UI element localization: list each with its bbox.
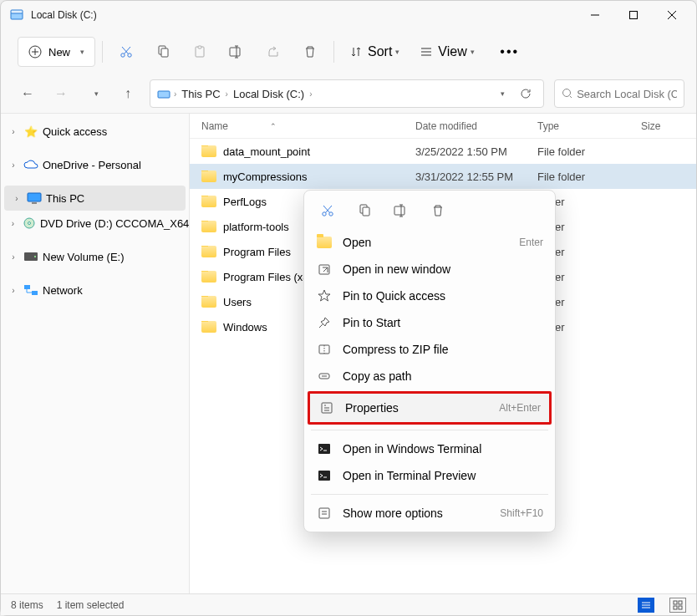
minimize-button[interactable]	[576, 2, 614, 28]
sidebar-item-this-pc[interactable]: › This PC	[4, 186, 186, 211]
ctx-label: Pin to Start	[343, 316, 543, 329]
ctx-cut-button[interactable]	[313, 197, 343, 224]
new-button[interactable]: New ▾	[18, 37, 95, 67]
navigation-pane: › ⭐ Quick access › OneDrive - Personal ›…	[1, 114, 190, 593]
properties-icon	[318, 401, 335, 415]
file-name: myCompressions	[223, 171, 307, 183]
ctx-label: Copy as path	[343, 369, 543, 383]
svg-rect-62	[318, 471, 330, 481]
new-label: New	[48, 46, 70, 59]
svg-rect-38	[674, 601, 677, 604]
more-options-icon	[316, 507, 333, 520]
svg-rect-41	[679, 606, 682, 609]
address-bar[interactable]: › This PC › Local Disk (C:) › ▾	[150, 79, 544, 108]
sort-ascending-icon: ⌃	[270, 122, 277, 130]
chevron-right-icon: ›	[11, 194, 23, 203]
trash-icon	[303, 45, 317, 59]
sidebar-item-new-volume[interactable]: › New Volume (E:)	[1, 244, 189, 269]
maximize-button[interactable]	[614, 2, 653, 28]
nav-row: ← → ▾ ↑ › This PC › Local Disk (C:) › ▾	[1, 74, 696, 113]
sidebar-item-network[interactable]: › Network	[1, 277, 189, 303]
refresh-icon	[520, 88, 532, 99]
ctx-rename-button[interactable]	[386, 197, 416, 224]
details-view-button[interactable]	[638, 598, 654, 613]
more-button[interactable]: •••	[493, 37, 527, 67]
file-row[interactable]: data_mount_point3/25/2022 1:50 PMFile fo…	[190, 139, 696, 164]
ctx-properties[interactable]: Properties Alt+Enter	[308, 391, 552, 425]
disc-icon	[22, 216, 37, 230]
column-name[interactable]: Name⌃	[190, 120, 404, 132]
column-type[interactable]: Type	[526, 120, 629, 132]
forward-button[interactable]: →	[46, 79, 76, 109]
file-row[interactable]: myCompressions3/31/2022 12:55 PMFile fol…	[190, 164, 696, 189]
list-icon	[641, 600, 651, 610]
rename-button[interactable]	[220, 37, 253, 67]
copy-path-icon	[316, 369, 333, 383]
file-name: PerfLogs	[223, 196, 267, 208]
network-icon	[23, 284, 39, 296]
ctx-open[interactable]: Open Enter	[308, 229, 552, 256]
svg-rect-28	[32, 202, 37, 204]
file-type: File folder	[526, 145, 629, 158]
svg-line-26	[570, 96, 572, 99]
ctx-copy-path[interactable]: Copy as path	[308, 363, 552, 389]
file-name: Windows	[223, 321, 267, 333]
svg-rect-63	[319, 508, 329, 518]
scissors-icon	[320, 203, 335, 218]
column-date[interactable]: Date modified	[404, 120, 526, 132]
status-bar: 8 items 1 item selected	[1, 593, 696, 615]
paste-icon	[193, 45, 206, 59]
sort-icon	[349, 45, 363, 59]
view-button[interactable]: View ▾	[411, 37, 482, 67]
back-button[interactable]: ←	[13, 79, 43, 109]
star-icon	[316, 289, 333, 303]
sidebar-item-dvd-drive[interactable]: › DVD Drive (D:) CCCOMA_X64FR	[1, 211, 189, 236]
ctx-label: Open	[343, 236, 509, 249]
ctx-open-terminal-preview[interactable]: Open in Terminal Preview	[308, 462, 552, 489]
sidebar-item-onedrive[interactable]: › OneDrive - Personal	[1, 152, 189, 177]
recent-button[interactable]: ▾	[79, 79, 109, 109]
paste-button[interactable]	[183, 37, 216, 67]
ctx-show-more-options[interactable]: Show more options Shift+F10	[308, 500, 552, 527]
chevron-right-icon: ›	[8, 219, 18, 228]
folder-icon	[201, 145, 216, 157]
search-input[interactable]	[577, 88, 677, 100]
open-external-icon	[316, 262, 333, 276]
sort-button[interactable]: Sort ▾	[341, 37, 408, 67]
context-menu: Open Enter Open in new window Pin to Qui…	[303, 190, 556, 532]
ctx-label: Properties	[345, 401, 489, 415]
ctx-label: Show more options	[343, 507, 490, 520]
refresh-button[interactable]	[513, 81, 538, 106]
svg-point-30	[28, 222, 30, 225]
copy-button[interactable]	[146, 37, 180, 67]
up-button[interactable]: ↑	[113, 79, 143, 109]
drive-icon	[23, 252, 39, 261]
ctx-pin-quick-access[interactable]: Pin to Quick access	[308, 283, 552, 309]
ctx-copy-button[interactable]	[349, 197, 379, 224]
cut-button[interactable]	[109, 37, 143, 67]
breadcrumb[interactable]: Local Disk (C:)	[230, 88, 308, 100]
search-box[interactable]	[554, 79, 684, 108]
ctx-open-new-window[interactable]: Open in new window	[308, 256, 552, 283]
close-button[interactable]	[653, 2, 691, 28]
svg-rect-3	[630, 12, 638, 19]
address-dropdown[interactable]: ▾	[488, 81, 513, 106]
chevron-right-icon: ›	[8, 252, 19, 262]
breadcrumb[interactable]: This PC	[178, 88, 223, 100]
chevron-right-icon: ›	[8, 286, 19, 295]
svg-rect-47	[363, 207, 369, 216]
column-size[interactable]: Size	[629, 120, 660, 132]
ctx-open-windows-terminal[interactable]: Open in Windows Terminal	[308, 435, 552, 462]
file-date: 3/25/2022 1:50 PM	[404, 145, 526, 158]
svg-rect-17	[230, 48, 240, 56]
sidebar-item-quick-access[interactable]: › ⭐ Quick access	[1, 119, 189, 144]
separator	[311, 494, 548, 495]
ctx-compress-zip[interactable]: Compress to ZIP file	[308, 336, 552, 363]
ctx-accel: Alt+Enter	[499, 402, 541, 414]
ctx-delete-button[interactable]	[423, 197, 453, 224]
share-button[interactable]	[257, 37, 290, 67]
delete-button[interactable]	[293, 37, 327, 67]
thumbnails-view-button[interactable]	[669, 598, 686, 613]
ctx-pin-start[interactable]: Pin to Start	[308, 309, 552, 336]
file-name: Program Files	[223, 246, 291, 258]
